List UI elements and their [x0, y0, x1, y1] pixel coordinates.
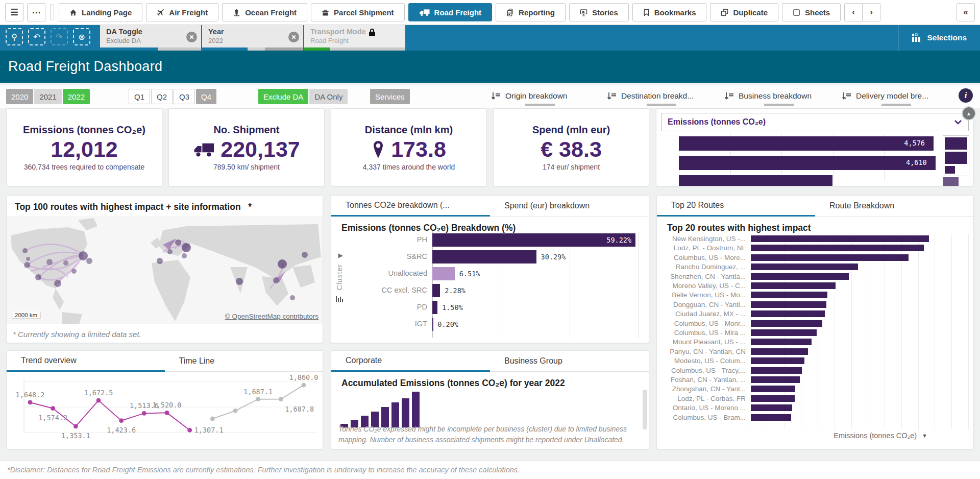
route-bar-row[interactable]: Lodz, PL - Oostrum, NL [664, 244, 968, 253]
filter-chip-q1[interactable]: Q1 [129, 89, 150, 104]
info-icon[interactable]: i [959, 88, 973, 103]
route-bar[interactable] [751, 404, 792, 411]
route-bar-row[interactable]: Dongguan, CN - Yanti... [664, 300, 968, 309]
data-point[interactable] [96, 398, 101, 403]
accumulated-bar[interactable] [402, 398, 409, 427]
breakdown-bar[interactable] [432, 301, 437, 314]
breakdown-bar-row[interactable]: S&RC30.29% [347, 250, 642, 264]
tab-duplicate[interactable]: Duplicate [710, 3, 778, 21]
map-attribution-link[interactable]: © OpenStreetMap contributors [225, 313, 318, 320]
panel-scrollbar[interactable] [643, 390, 647, 429]
route-bar[interactable] [751, 348, 808, 355]
hamburger-menu-icon[interactable]: ☰ [5, 3, 23, 21]
cluster-dimension-control[interactable]: ▶ Cluster [335, 252, 346, 303]
route-bar[interactable] [751, 339, 812, 345]
route-bar[interactable] [751, 235, 929, 242]
route-bar-row[interactable]: New Kensington, US -... [664, 234, 968, 244]
tab-top-20-routes[interactable]: Top 20 Routes [657, 196, 815, 217]
prev-sheet-icon[interactable]: ‹ [844, 3, 863, 21]
selection-year[interactable]: Year2022✕ [202, 25, 303, 51]
route-bar[interactable] [751, 329, 817, 336]
navigator-window[interactable] [943, 135, 969, 176]
measure-dropdown[interactable]: Emissions (tonnes CO₂e) [661, 113, 969, 131]
route-bar-row[interactable]: Modesto, US - Colum... [664, 356, 968, 366]
clear-selections-icon[interactable]: ⊗ [73, 28, 90, 45]
route-bar-row[interactable]: Moreno Valley, US - C... [664, 281, 968, 291]
filter-chip-da-only[interactable]: DA Only [309, 89, 348, 104]
data-point[interactable] [187, 428, 192, 433]
tab-trend-overview[interactable]: Trend overview [7, 351, 165, 372]
route-bar[interactable] [751, 386, 795, 392]
breakdown-bar-row[interactable]: PH59.22% [347, 233, 642, 247]
filter-chip-services[interactable]: Services [370, 89, 410, 104]
filter-chip-q2[interactable]: Q2 [151, 89, 173, 104]
world-map[interactable]: 2000 km © OpenStreetMap contributors [7, 216, 323, 324]
quarter-bar-row[interactable]: Q3 [679, 175, 936, 186]
breakdown-bar[interactable] [432, 267, 455, 280]
data-point[interactable] [142, 411, 146, 416]
route-bar[interactable] [751, 310, 825, 317]
tab-ocean-freight[interactable]: Ocean Freight [222, 3, 307, 21]
route-bar-row[interactable]: Shenzhen, CN - Yantia... [664, 272, 968, 281]
filter-chip-2022[interactable]: 2022 [63, 89, 90, 104]
route-bar[interactable] [751, 367, 802, 374]
accumulated-bar[interactable] [412, 392, 420, 427]
route-bar-row[interactable]: Columbus, US - Monr... [664, 319, 968, 328]
remove-selection-icon[interactable]: ✕ [288, 32, 299, 42]
route-bar[interactable] [751, 357, 804, 364]
filter-chip-2021[interactable]: 2021 [34, 89, 61, 104]
breakdown-bar[interactable] [432, 318, 433, 331]
route-bar-row[interactable]: Columbus, US - Mira ... [664, 328, 968, 338]
route-bar[interactable] [751, 282, 836, 289]
tab-parcel-shipment[interactable]: Parcel Shipment [311, 3, 405, 21]
exploration-menu-icon[interactable] [335, 295, 346, 303]
expand-icon[interactable]: ▶ [335, 252, 346, 259]
route-bar[interactable] [751, 273, 849, 280]
route-bar-row[interactable]: Lodz, PL - Corbas, FR [664, 394, 968, 403]
smart-search-icon[interactable]: ⚲ [6, 28, 23, 45]
route-bar-row[interactable]: Ciudad Juarez, MX - ... [664, 309, 968, 319]
breakdown-bar-chart[interactable]: PH59.22%S&RC30.29%Unallocated6.51%CC exc… [347, 233, 642, 339]
route-bar-row[interactable]: Columbus, US - More... [664, 253, 968, 262]
quarter-bar[interactable] [679, 175, 832, 186]
quarter-bar[interactable] [679, 156, 936, 170]
route-bar[interactable] [751, 376, 800, 383]
quarter-bar-row[interactable]: Q24,610 [679, 156, 936, 170]
tab-corporate[interactable]: Corporate [331, 351, 490, 372]
selection-back-icon[interactable]: ↶ [28, 28, 45, 45]
trend-line-chart[interactable]: 1,648.21,574.21,353.11,672.51,423.61,513… [10, 373, 319, 446]
quarter-bar[interactable] [679, 136, 934, 151]
filter-chip-exclude-da[interactable]: Exclude DA [258, 89, 308, 104]
filter-chip-q3[interactable]: Q3 [174, 89, 195, 104]
tab-tonnes-co2e-breakdown[interactable]: Tonnes CO2e breakdown (... [331, 196, 490, 217]
route-bar[interactable] [751, 395, 795, 402]
data-point[interactable] [256, 397, 260, 401]
quarterly-bar-chart[interactable]: Q14,576Q24,610Q3 [679, 134, 936, 186]
quarter-bar-row[interactable]: Q14,576 [679, 136, 936, 151]
chart-mini-navigator[interactable] [943, 135, 969, 188]
breakdown-bar-row[interactable]: Unallocated6.51% [347, 267, 642, 280]
remove-selection-icon[interactable]: ✕ [186, 32, 197, 42]
tab-time-line[interactable]: Time Line [165, 351, 323, 372]
more-options-icon[interactable]: ⋯ [27, 3, 45, 21]
route-bar-row[interactable]: Columbus, US - Tracy,... [664, 366, 968, 375]
selections-button[interactable]: Selections [898, 25, 980, 51]
next-sheet-icon[interactable]: › [863, 3, 880, 21]
data-point[interactable] [279, 397, 283, 401]
breakdown-bar-row[interactable]: CC excl. SRC2.28% [347, 284, 642, 297]
breakdown-bar-row[interactable]: IGT0.20% [347, 318, 642, 331]
data-point[interactable] [74, 424, 78, 429]
tab-spend-eur-breakdown[interactable]: Spend (eur) breakdown [490, 196, 649, 217]
data-point[interactable] [302, 383, 306, 388]
route-bar-row[interactable]: Panyu, CN - Yantian, CN [664, 347, 968, 356]
collapse-toolbar-icon[interactable]: « [957, 3, 975, 21]
tab-stories[interactable]: Stories [569, 3, 629, 21]
route-bar[interactable] [751, 320, 822, 327]
data-point[interactable] [210, 417, 215, 421]
route-bar-row[interactable]: Columbus, US - Bram... [664, 413, 968, 422]
accumulated-bar-chart[interactable] [340, 391, 420, 427]
route-bar-row[interactable]: Mount Pleasant, US - ... [664, 338, 968, 347]
data-point[interactable] [165, 411, 169, 415]
breakdown-bar[interactable] [432, 233, 635, 247]
tab-route-breakdown[interactable]: Route Breakdown [815, 196, 973, 217]
